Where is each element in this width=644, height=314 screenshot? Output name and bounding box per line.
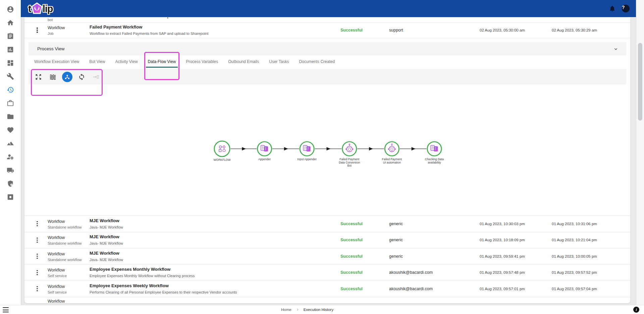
sidebar-item-favorite-icon[interactable] — [0, 123, 21, 137]
tab-data-flow-view[interactable]: Data-Flow View — [147, 55, 177, 68]
hamburger-menu-icon[interactable] — [3, 307, 9, 312]
flow-node-failed-payment-data-conversion-bot[interactable]: Failed PaymentData ConversionBot — [339, 141, 360, 168]
sidebar-item-work-icon[interactable] — [0, 97, 21, 110]
execution-row[interactable]: Workflow Self service Employee Expenses … — [24, 264, 630, 281]
page-scrollbar-thumb[interactable] — [638, 43, 642, 121]
row-divider — [24, 38, 630, 38]
execution-row[interactable]: Workflow Standalone workflow MJE Workflo… — [24, 232, 630, 248]
breadcrumb: Home Execution History — [281, 305, 333, 314]
execution-row[interactable]: Workflow Self service Employee Expenses … — [24, 280, 630, 297]
flow-node-failed-payment-ui-automation[interactable]: Failed PaymentUI automation — [382, 141, 402, 164]
brand-text-suffix: lip — [43, 3, 53, 14]
row-requester: generic — [389, 254, 473, 259]
app-header: t lip ? — [21, 0, 636, 17]
row-name-description: Java- MJE Workflow — [90, 257, 334, 262]
row-kebab-menu-button[interactable] — [34, 285, 41, 293]
row-kebab-menu-button[interactable] — [34, 252, 41, 260]
row-kebab-menu-button[interactable] — [34, 220, 41, 228]
info-glyph: i — [636, 308, 637, 312]
row-type-sub: Job — [48, 31, 85, 36]
row-name: Failed Payment Workflow Workflow to extr… — [90, 24, 334, 36]
row-start-time: 01 Aug 2023, 09:57:01 pm — [480, 287, 537, 291]
sync-icon — [78, 73, 85, 80]
tab-documents-created[interactable]: Documents Created — [298, 55, 335, 68]
row-name-description: Java- MJE Workflow — [90, 241, 334, 246]
execution-row[interactable]: Workflow Standalone workflow MJE Workflo… — [24, 248, 630, 264]
favorite-icon — [7, 126, 14, 134]
row-name-description: Employee Expenses Monthly Workflow witho… — [90, 273, 334, 278]
sidebar-item-terrain-icon[interactable] — [0, 137, 21, 150]
sidebar-item-settings-box-icon[interactable] — [0, 190, 21, 204]
row-start-time: 01 Aug 2023, 10:30:03 pm — [480, 222, 537, 226]
tab-user-tasks[interactable]: User Tasks — [268, 55, 289, 68]
sidebar-item-policy-icon[interactable] — [0, 177, 21, 190]
row-requester: akoushik@bacardi.com — [389, 270, 473, 275]
row-requester: support — [389, 28, 473, 33]
flow-node-checking-data-availability[interactable]: Checking Dataavailability — [425, 141, 444, 164]
account-circle-icon — [7, 6, 14, 13]
row-type: Workflow Standalone workflow — [48, 218, 85, 230]
flow-node-input-appender[interactable]: Input Appender — [297, 141, 317, 161]
sidebar-item-account-circle-icon[interactable] — [0, 3, 21, 16]
sidebar-item-assignment-icon[interactable] — [0, 29, 21, 43]
process-view-header[interactable]: Process View — [29, 42, 626, 55]
sidebar-item-home-icon[interactable] — [0, 16, 21, 29]
flow-node-label: Input Appender — [297, 158, 317, 161]
row-status-badge: Successful — [340, 254, 387, 259]
tab-bot-view[interactable]: Bot View — [89, 55, 106, 68]
shipping-icon — [7, 167, 14, 174]
flow-node-appender[interactable]: Appender — [257, 141, 272, 161]
manage-accounts-icon — [7, 153, 14, 161]
execution-row[interactable]: Workflow Job Failed Payment Workflow Wor… — [24, 22, 630, 38]
row-end-time: 01 Aug 2023, 10:31:06 pm — [552, 222, 612, 226]
sidebar-item-analytics-icon[interactable] — [0, 43, 21, 56]
row-kebab-menu-button[interactable] — [34, 268, 41, 276]
toolbar-fullscreen-icon[interactable] — [33, 71, 44, 82]
tab-workflow-execution-view[interactable]: Workflow Execution View — [34, 55, 80, 68]
flow-node-label: Failed PaymentData ConversionBot — [339, 158, 360, 167]
row-type-sub: bot — [48, 18, 53, 22]
flow-connector — [399, 147, 427, 150]
breadcrumb-home-link[interactable]: Home — [281, 308, 291, 312]
tab-activity-view[interactable]: Activity View — [114, 55, 138, 68]
sidebar-item-history-icon[interactable] — [0, 83, 21, 97]
tab-process-variables[interactable]: Process Variables — [185, 55, 219, 68]
toolbar-sync-icon[interactable] — [76, 71, 87, 82]
execution-history-card: Demo simulation of MSD Documents | Devic… — [24, 17, 630, 303]
info-icon[interactable]: i — [633, 307, 639, 313]
policy-icon — [7, 180, 14, 187]
row-type-main: Workflow — [48, 299, 65, 304]
sidebar-item-dashboard-icon[interactable] — [0, 56, 21, 70]
row-kebab-menu-button[interactable] — [34, 236, 41, 244]
main-content: Demo simulation of MSD Documents | Devic… — [21, 17, 636, 305]
row-kebab-menu-button[interactable] — [34, 26, 41, 34]
tab-outbound-emails[interactable]: Outbound Emails — [227, 55, 260, 68]
row-type-main: Workflow — [48, 235, 65, 240]
flow-toolbar — [29, 69, 626, 84]
row-name: Employee Expenses Weekly Workflow Perfor… — [90, 283, 334, 295]
sidebar-item-shipping-icon[interactable] — [0, 164, 21, 177]
help-glyph: ? — [622, 5, 630, 12]
help-icon[interactable]: ? — [622, 4, 630, 13]
flow-node-label: Appender — [258, 158, 271, 161]
tulip-logo[interactable]: t lip — [28, 2, 53, 16]
toolbar-input-arrow-icon — [90, 71, 102, 82]
sidebar-item-manage-accounts-icon[interactable] — [0, 150, 21, 164]
row-end-time: 01 Aug 2023, 10:21:04 pm — [552, 238, 612, 242]
row-type-sub: Self service — [48, 273, 85, 278]
settings-box-icon — [7, 193, 14, 201]
sidebar-item-folder-icon[interactable] — [0, 110, 21, 123]
execution-row-clipped-bottom[interactable]: Workflow MJE Workflow — [24, 297, 630, 304]
execution-row[interactable]: Workflow Standalone workflow MJE Workflo… — [24, 215, 630, 232]
toolbar-waves-icon[interactable] — [47, 71, 58, 82]
flow-node-workflow[interactable]: WORKFLOW — [214, 140, 231, 162]
notifications-bell-icon[interactable] — [608, 4, 616, 13]
fullscreen-icon — [35, 73, 42, 80]
tulip-flower-icon — [31, 2, 43, 15]
sidebar-item-build-icon[interactable] — [0, 70, 21, 83]
kebab-dots-icon — [37, 240, 38, 241]
execution-row-clipped-top[interactable]: Demo simulation of MSD Documents | Devic… — [24, 17, 630, 23]
toolbar-device-hub-icon[interactable] — [62, 72, 72, 82]
chevron-down-icon[interactable] — [613, 46, 619, 52]
kebab-dots-icon — [37, 256, 38, 257]
